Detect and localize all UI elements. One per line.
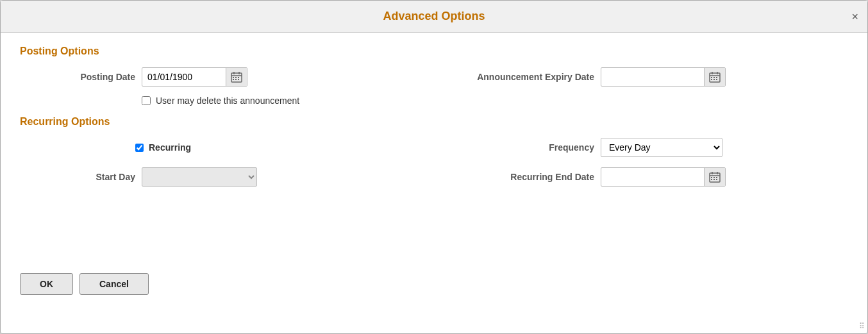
recurring-end-date-input-wrapper [601, 167, 726, 187]
cancel-button[interactable]: Cancel [79, 273, 149, 295]
action-buttons: OK Cancel [1, 267, 867, 308]
svg-rect-18 [714, 79, 715, 80]
svg-rect-26 [716, 177, 717, 178]
expiry-date-calendar-button[interactable] [704, 68, 725, 86]
start-day-group: Start Day [20, 167, 415, 187]
recurring-end-date-calendar-button[interactable] [704, 168, 725, 186]
expiry-date-group: Announcement Expiry Date [415, 67, 848, 87]
frequency-label: Frequency [453, 142, 594, 153]
svg-rect-27 [711, 179, 712, 180]
svg-rect-9 [238, 79, 239, 80]
recurring-checkbox-group: Recurring [20, 142, 415, 153]
svg-rect-29 [716, 179, 717, 180]
dialog-footer: ⠿ [1, 308, 867, 333]
svg-rect-24 [711, 177, 712, 178]
recurring-end-date-input[interactable] [601, 169, 704, 185]
expiry-date-label: Announcement Expiry Date [453, 72, 594, 82]
dates-row: Posting Date [20, 67, 848, 87]
dialog-title: Advanced Options [383, 10, 485, 23]
svg-rect-6 [238, 77, 239, 78]
posting-date-group: Posting Date [20, 67, 415, 87]
svg-rect-15 [714, 77, 715, 78]
calendar-icon [709, 171, 721, 183]
expiry-date-input-wrapper [601, 67, 726, 87]
posting-date-input[interactable] [142, 69, 226, 85]
user-delete-label: User may delete this announcement [156, 96, 299, 106]
svg-rect-25 [714, 177, 715, 178]
dialog-body: Posting Options Posting Date [1, 33, 867, 267]
start-day-select[interactable] [142, 167, 257, 187]
expiry-date-input[interactable] [601, 69, 704, 85]
posting-options-section: Posting Options Posting Date [20, 46, 848, 106]
svg-rect-7 [233, 79, 234, 80]
svg-rect-14 [711, 77, 712, 78]
close-button[interactable]: × [851, 11, 858, 22]
posting-date-calendar-button[interactable] [226, 68, 247, 86]
user-delete-checkbox[interactable] [142, 96, 151, 105]
recurring-checkbox[interactable] [135, 144, 144, 152]
start-day-label: Start Day [20, 172, 135, 182]
calendar-icon [709, 71, 721, 83]
recurring-options-section: Recurring Options Recurring Frequency Ev… [20, 116, 848, 187]
svg-rect-8 [235, 79, 237, 80]
resize-handle[interactable]: ⠿ [859, 322, 865, 331]
dialog-header: Advanced Options × [1, 1, 867, 33]
recurring-label: Recurring [149, 142, 191, 153]
recurring-end-date-label: Recurring End Date [453, 172, 594, 182]
svg-rect-17 [711, 79, 712, 80]
posting-date-input-wrapper [142, 67, 247, 87]
advanced-options-dialog: Advanced Options × Posting Options Posti… [0, 0, 868, 334]
svg-rect-4 [233, 77, 234, 78]
posting-date-label: Posting Date [20, 72, 135, 82]
recurring-end-date-group: Recurring End Date [415, 167, 848, 187]
posting-options-title: Posting Options [20, 46, 848, 57]
svg-rect-5 [235, 77, 237, 78]
start-day-row: Start Day Recurring End Date [20, 167, 848, 187]
recurring-section-row: Recurring Frequency Every Day Every Week… [20, 138, 848, 157]
svg-rect-19 [716, 79, 717, 80]
recurring-options-title: Recurring Options [20, 116, 848, 128]
svg-rect-16 [716, 77, 717, 78]
svg-rect-28 [714, 179, 715, 180]
frequency-group: Frequency Every Day Every Week Every Mon… [415, 138, 848, 157]
calendar-icon [231, 71, 242, 83]
frequency-select[interactable]: Every Day Every Week Every Month Every Y… [601, 138, 722, 157]
ok-button[interactable]: OK [20, 273, 73, 295]
user-delete-row: User may delete this announcement [142, 96, 848, 106]
